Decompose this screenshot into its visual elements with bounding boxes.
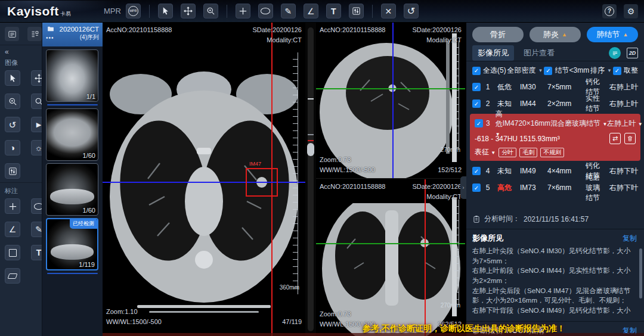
- slice-scrollbar-track[interactable]: [308, 27, 314, 331]
- eraser-button[interactable]: [5, 268, 20, 284]
- nodule-row-5[interactable]: ✓ 5 高危 IM73 7×6mm 纯磨玻璃结节 右肺下叶: [466, 179, 644, 196]
- series-thumbnail-neck[interactable]: 1/60: [46, 108, 98, 161]
- nodule-filter-bar: ✓ 全选(5) 全部密度 ▼ ✓ 结节<3mm 排序 ▼ ✓ 取整: [466, 61, 644, 79]
- window-level-tool-button[interactable]: [5, 163, 20, 179]
- ellipse-tool-button[interactable]: [258, 4, 273, 18]
- settings-button[interactable]: ⚙: [624, 4, 638, 18]
- nodule-size: 7×5mm: [547, 83, 584, 91]
- checkbox-checked-icon[interactable]: ✓: [613, 67, 621, 75]
- zoom-tool-button[interactable]: [203, 4, 218, 18]
- checkbox-checked-icon[interactable]: ✓: [472, 83, 481, 91]
- tab-pneumonia[interactable]: 肺炎 ▲: [530, 27, 581, 42]
- angle-annotation-button[interactable]: ∠: [5, 222, 20, 237]
- rotate-tool-button[interactable]: ↺: [5, 117, 20, 132]
- crosshair-annotation-button[interactable]: [5, 198, 20, 214]
- checkbox-checked-icon[interactable]: ✓: [472, 99, 481, 108]
- crosshair-vertical-blue[interactable]: [392, 23, 394, 178]
- checkbox-checked-icon[interactable]: ✓: [472, 167, 481, 175]
- filter-select-all[interactable]: ✓ 全选(5): [472, 66, 506, 76]
- checkbox-checked-icon[interactable]: ✓: [472, 183, 481, 192]
- checkbox-checked-icon[interactable]: ✓: [475, 119, 483, 127]
- study-header[interactable]: 20200126CT ••• (4)序列: [42, 23, 103, 46]
- mpr-mode-button[interactable]: MPR: [126, 4, 141, 18]
- sagittal-zoom: Zoom:0.73: [320, 155, 375, 165]
- nodule-size: 20×16mm: [518, 119, 550, 127]
- filter-round[interactable]: ✓ 取整: [613, 66, 638, 76]
- crosshair-horizontal-green[interactable]: [316, 243, 465, 244]
- filter-density-dropdown[interactable]: 全部密度 ▼: [507, 66, 543, 76]
- filter-sort-dropdown[interactable]: 排序 ▼: [590, 66, 612, 76]
- reset-button[interactable]: ↺: [404, 4, 419, 18]
- thumbnail-index: 1/60: [83, 152, 95, 159]
- feature-tag[interactable]: 不规则: [540, 148, 564, 157]
- findings-copy-button[interactable]: 复制: [623, 234, 637, 244]
- filter-small-nodule[interactable]: ✓ 结节<3mm: [544, 66, 589, 76]
- findings-scrollbar-thumb[interactable]: [639, 248, 642, 298]
- help-button[interactable]: ?: [602, 4, 617, 18]
- rectangle-annotation-button[interactable]: [5, 245, 20, 260]
- nodule-risk-dropdown[interactable]: 高危 ▼: [496, 109, 503, 138]
- cursor-icon: [161, 7, 170, 15]
- crosshair-tool-button[interactable]: [236, 4, 250, 18]
- pan-tool-button[interactable]: [181, 4, 196, 18]
- nodule-row-3-selected[interactable]: ✓ 3 高危 ▼ IM47 20×16mm 混合磨玻璃结节 ▼ 左肺上叶 ▼ -…: [470, 114, 640, 161]
- annotate-tools-label: 标注: [0, 182, 42, 198]
- tab-lung-nodule[interactable]: 肺结节 ▲: [587, 27, 638, 42]
- nodule-row-2[interactable]: ✓ 2 未知 IM44 2×2mm 实性结节 右肺上叶: [466, 95, 644, 112]
- crosshair-vertical-red[interactable]: [425, 179, 426, 336]
- viewer-sagittal[interactable]: AccNO:202101158888 SDate:20200126 Modali…: [316, 23, 465, 179]
- viewer-coronal[interactable]: AccNO:202101158888 SDate:20200126 Modali…: [316, 179, 465, 336]
- nodule-action-icons: ⇄: [609, 133, 636, 144]
- checkbox-checked-icon[interactable]: ✓: [544, 67, 552, 75]
- left-tool-sidebar: « 图像 ↺ ▶ ◑ ☼ 标注 ∠ ✎ T: [0, 23, 42, 336]
- slice-scrollbar-thumb[interactable]: [307, 143, 314, 156]
- series-thumbnail-chest[interactable]: 1/60: [46, 163, 98, 216]
- tab-fracture[interactable]: 骨折: [472, 27, 524, 42]
- nodule-row-1[interactable]: ✓ 1 低危 IM30 7×5mm 钙化结节 右肺上叶: [466, 79, 644, 95]
- cursor-tool-button[interactable]: [5, 70, 20, 86]
- feature-tag[interactable]: 毛刺: [519, 148, 537, 157]
- nodule-location-dropdown[interactable]: 左肺上叶 ▼: [607, 119, 642, 129]
- feature-tag[interactable]: 分叶: [499, 148, 516, 157]
- crosshair-icon: [8, 202, 17, 211]
- series-list-button[interactable]: [5, 27, 19, 41]
- angle-tool-button[interactable]: ∠: [304, 4, 318, 18]
- nodule-row-4[interactable]: ✓ 4 未知 IM49 4×4mm 钙化结节 右肺下叶: [466, 163, 644, 179]
- study-title: 20200126CT: [60, 26, 100, 33]
- window-level-button[interactable]: [349, 4, 364, 18]
- feature-dropdown[interactable]: 表征 ▼: [475, 147, 496, 157]
- sidebar-collapse-control[interactable]: «: [0, 45, 42, 56]
- zoom-in-tool-button[interactable]: [5, 94, 20, 109]
- nodule-risk: 未知: [497, 166, 520, 176]
- nodule-size: 4×4mm: [547, 167, 584, 175]
- panel-collapse-handle[interactable]: ›: [460, 176, 466, 199]
- findings-line: 右肺上叶尖段（SeNO.4 IM30）见钙化结节影，大小为7×5mm；: [472, 246, 633, 266]
- delete-nodule-button[interactable]: [624, 133, 636, 144]
- report-bubble-button[interactable]: [609, 47, 621, 59]
- series-thumbnail-chest-detected[interactable]: 已经检测 1/119: [46, 218, 98, 270]
- clear-annotations-button[interactable]: ✕: [381, 4, 396, 18]
- toolbar-separator: [372, 5, 373, 18]
- contrast-icon: ◑: [10, 144, 15, 152]
- hanging-protocol-button[interactable]: [27, 27, 42, 41]
- checkbox-checked-icon[interactable]: ✓: [472, 67, 481, 75]
- viewer-axial[interactable]: IM47 AccNO:202101158888 SDate:20200126 M…: [103, 23, 305, 336]
- image-tools-label: 图像: [0, 56, 42, 70]
- axial-zoom: Zoom:1.10: [106, 307, 162, 317]
- subtab-image-view[interactable]: 图片查看: [524, 48, 555, 58]
- crosshair-horizontal-green[interactable]: [316, 88, 465, 89]
- nodule-type-dropdown[interactable]: 混合磨玻璃结节 ▼: [550, 119, 607, 129]
- 2d-view-button[interactable]: 2D: [627, 48, 638, 58]
- series-thumbnail-scout[interactable]: 1/1: [46, 49, 98, 102]
- panel-subtabs: 影像所见 图片查看 2D: [466, 45, 644, 61]
- invert-tool-button[interactable]: ◑: [5, 140, 20, 155]
- filter-label: 取整: [624, 66, 638, 76]
- subtab-findings[interactable]: 影像所见: [472, 45, 514, 61]
- measure-tool-button[interactable]: ✎: [281, 4, 296, 18]
- more-icon[interactable]: •••: [46, 35, 54, 41]
- compare-button[interactable]: ⇄: [609, 133, 621, 144]
- text-tool-button[interactable]: T: [326, 4, 341, 18]
- nodule-roi-box[interactable]: [246, 168, 278, 197]
- zoom-in-icon: [206, 7, 215, 15]
- cursor-tool-button[interactable]: [158, 4, 173, 18]
